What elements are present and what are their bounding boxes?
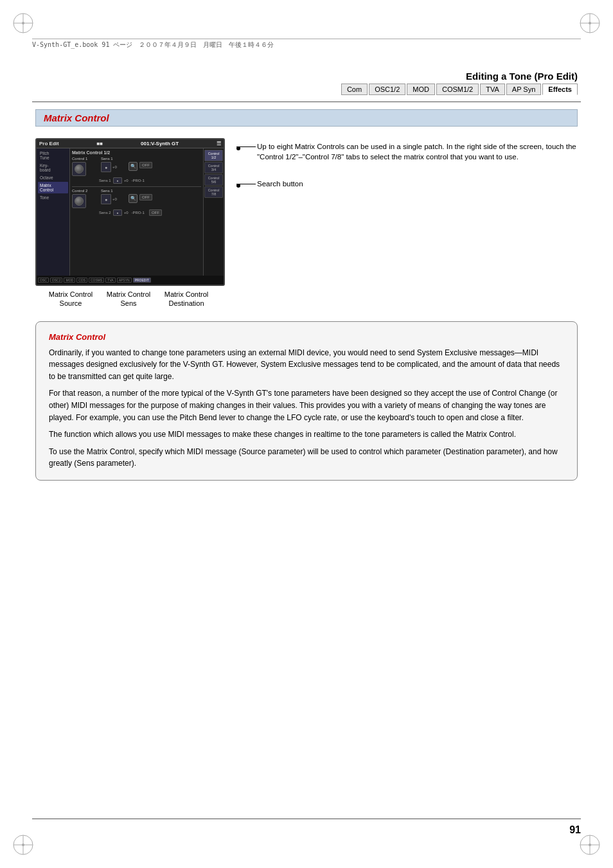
device-sens1-control[interactable]: ● bbox=[101, 162, 111, 172]
device-btab-osc[interactable]: OSC bbox=[38, 278, 49, 283]
device-control-1: Control 1 Sens 1 bbox=[72, 157, 201, 184]
tab-osc12[interactable]: OSC1/2 bbox=[369, 84, 405, 95]
device-header-right-icon: ☰ bbox=[217, 141, 221, 146]
device-dest1-ctrl[interactable]: ● bbox=[113, 177, 122, 184]
section-heading: Matrix Control bbox=[35, 109, 578, 127]
svg-point-3 bbox=[22, 22, 24, 24]
callout-1: Up to eight Matrix Controls can be used … bbox=[257, 141, 578, 162]
device-btab-proedit[interactable]: PROEDIT bbox=[133, 278, 151, 283]
info-box-title: Matrix Control bbox=[49, 332, 564, 342]
device-separator bbox=[72, 186, 201, 187]
device-knob2[interactable] bbox=[72, 194, 86, 208]
header-text: V-Synth-GT_e.book 91 ページ ２００７年４月９日 月曜日 午… bbox=[32, 39, 581, 51]
corner-mark-bl bbox=[12, 833, 35, 856]
screenshot-labels: Matrix ControlSource Matrix ControlSens … bbox=[35, 290, 225, 308]
screen-label-source: Matrix ControlSource bbox=[42, 290, 100, 308]
screen-label-dest: Matrix ControlDestination bbox=[157, 290, 215, 308]
callout-2: Search button bbox=[257, 180, 578, 188]
device-left-nav: PitchTune Key-board Octave MatrixControl… bbox=[37, 148, 70, 282]
bottom-rule bbox=[32, 819, 581, 819]
device-knob1[interactable] bbox=[72, 162, 86, 176]
device-nav-keyboard[interactable]: Key-board bbox=[38, 162, 68, 173]
device-control2-value: +0 bbox=[112, 197, 117, 201]
callout-1-text: Up to eight Matrix Controls can be used … bbox=[257, 141, 578, 162]
svg-point-15 bbox=[589, 844, 591, 846]
device-pro-edit-label: Pro Edit bbox=[39, 141, 59, 146]
device-knob2-visual bbox=[75, 197, 84, 206]
device-sens1-sub: Sens 1 bbox=[99, 179, 111, 182]
device-sens2-control[interactable]: ● bbox=[101, 194, 111, 204]
tab-mod[interactable]: MOD bbox=[407, 84, 435, 95]
device-control2-off[interactable]: OFF bbox=[139, 194, 152, 200]
tab-rule bbox=[32, 102, 581, 102]
corner-mark-tl bbox=[12, 12, 35, 35]
info-para-4: To use the Matrix Control, specify which… bbox=[49, 446, 564, 470]
device-control2-label: Control 2 bbox=[72, 189, 96, 193]
device-control2-off2[interactable]: OFF bbox=[149, 209, 162, 216]
screen-label-sens: Matrix ControlSens bbox=[100, 290, 157, 308]
device-search2-btn[interactable]: 🔍 bbox=[129, 194, 138, 203]
device-knob1-visual bbox=[75, 164, 84, 173]
device-control2-pad: -PRO-1 bbox=[132, 211, 145, 215]
device-sens2-sub: Sens 2 bbox=[99, 211, 111, 215]
tab-bar: Com OSC1/2 MOD COSM1/2 TVA AP Syn Effect… bbox=[341, 84, 578, 95]
device-btab-cosms[interactable]: COSMS bbox=[89, 278, 104, 283]
device-body: PitchTune Key-board Octave MatrixControl… bbox=[37, 148, 224, 282]
tab-tva[interactable]: TVA bbox=[480, 84, 505, 95]
callout-1-dot bbox=[236, 146, 240, 150]
screenshot-box: Pro Edit ■■ 001:V-Synth GT ☰ PitchTune K… bbox=[35, 138, 225, 308]
device-patch-name: 001:V-Synth GT bbox=[141, 141, 179, 146]
page: V-Synth-GT_e.book 91 ページ ２００７年４月９日 月曜日 午… bbox=[0, 0, 613, 868]
info-para-2: For that reason, a number of the more ty… bbox=[49, 387, 564, 423]
device-nav-tone[interactable]: Tone bbox=[38, 194, 68, 201]
device-rtab-34[interactable]: Control3/4 bbox=[204, 162, 223, 173]
device-nav-matrix[interactable]: MatrixControl bbox=[38, 182, 68, 193]
device-bottom-bar: OSC OSC2 MOD COS COSMS TVA APSYN PROEDIT bbox=[37, 276, 224, 285]
tab-cosm12[interactable]: COSM1/2 bbox=[436, 84, 479, 95]
page-number: 91 bbox=[32, 824, 581, 836]
device-control1-off[interactable]: OFF bbox=[139, 162, 152, 168]
content-area: Matrix Control Pro Edit ■■ 001:V-Synth G… bbox=[35, 109, 578, 481]
info-para-3: The function which allows you use MIDI m… bbox=[49, 429, 564, 441]
device-btab-mod[interactable]: MOD bbox=[64, 278, 75, 283]
device-header: Pro Edit ■■ 001:V-Synth GT ☰ bbox=[37, 139, 224, 148]
callout-2-dot bbox=[236, 184, 240, 188]
device-btab-cos[interactable]: COS bbox=[76, 278, 87, 283]
device-btab-osc2[interactable]: OSC2 bbox=[50, 278, 63, 283]
info-box-text: Ordinarily, if you wanted to change tone… bbox=[49, 347, 564, 470]
device-section-title: Matrix Control 1/2 bbox=[72, 150, 201, 155]
device-patch-icon: ■■ bbox=[97, 141, 103, 146]
device-screen: Pro Edit ■■ 001:V-Synth GT ☰ PitchTune K… bbox=[35, 138, 225, 286]
device-search1-btn[interactable]: 🔍 bbox=[129, 162, 138, 171]
info-box: Matrix Control Ordinarily, if you wanted… bbox=[35, 321, 578, 481]
device-control1-pad: -PRO-1 bbox=[132, 179, 145, 182]
device-dest1-value: +0 bbox=[124, 179, 129, 182]
header-bar: V-Synth-GT_e.book 91 ページ ２００７年４月９日 月曜日 午… bbox=[32, 39, 581, 51]
device-sens2-label: Sens 1 bbox=[101, 189, 125, 193]
device-rtab-78[interactable]: Control7/8 bbox=[204, 186, 223, 198]
page-heading-title: Editing a Tone (Pro Edit) bbox=[466, 71, 578, 82]
device-sens1-row: Sens 1 ● +0 -PRO-1 bbox=[99, 177, 201, 184]
callout-area: Up to eight Matrix Controls can be used … bbox=[238, 138, 578, 308]
corner-mark-tr bbox=[578, 12, 601, 35]
device-rtab-56[interactable]: Control5/6 bbox=[204, 174, 223, 186]
device-dest2-ctrl[interactable]: ● bbox=[113, 209, 122, 216]
corner-mark-br bbox=[578, 833, 601, 856]
bottom-area: 91 bbox=[32, 819, 581, 836]
tab-apsyn[interactable]: AP Syn bbox=[506, 84, 542, 95]
page-heading: Editing a Tone (Pro Edit) bbox=[466, 71, 578, 82]
tab-effects[interactable]: Effects bbox=[542, 84, 578, 95]
device-rtab-12[interactable]: Control1/2 bbox=[204, 150, 223, 161]
info-para-1: Ordinarily, if you wanted to change tone… bbox=[49, 347, 564, 383]
screenshot-area: Pro Edit ■■ 001:V-Synth GT ☰ PitchTune K… bbox=[35, 138, 578, 308]
device-nav-octave[interactable]: Octave bbox=[38, 174, 68, 181]
device-btab-apsyn[interactable]: APSYN bbox=[117, 278, 132, 283]
device-control1-label: Control 1 bbox=[72, 157, 96, 161]
tab-com[interactable]: Com bbox=[341, 84, 368, 95]
device-btab-tva[interactable]: TVA bbox=[105, 278, 115, 283]
device-nav-pitch[interactable]: PitchTune bbox=[38, 150, 68, 161]
callout-2-text: Search button bbox=[257, 180, 578, 188]
device-control-2: Control 2 Sens 1 bbox=[72, 189, 201, 216]
device-main-content: Matrix Control 1/2 Control 1 bbox=[70, 148, 203, 282]
device-right-tabs: Control1/2 Control3/4 Control5/6 Control… bbox=[203, 148, 224, 282]
